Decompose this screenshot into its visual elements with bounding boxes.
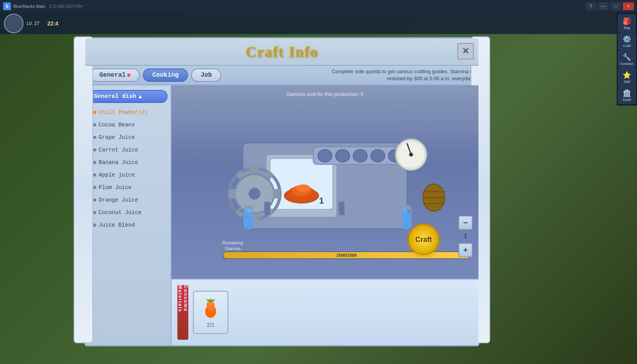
skill-label: Skill	[624, 80, 630, 84]
svg-point-11	[353, 150, 367, 162]
ingredient-icon-1	[199, 297, 222, 320]
function-icon: 🔧	[623, 53, 631, 61]
craft-bottom: Consume Materials	[171, 279, 478, 345]
game-time: 22:4	[47, 20, 58, 27]
panel-header: Craft Info ✕	[85, 38, 478, 66]
right-sidebar: 🎒 Bag ⚙️ Craft 🔧 Function ⭐ Skill 🏛️ Gui…	[617, 13, 637, 106]
craft-button-label: Craft	[415, 236, 432, 244]
tab-general-label: General	[99, 72, 126, 79]
machine-svg: 1	[204, 119, 446, 245]
sidebar-item-function[interactable]: 🔧 Function	[618, 50, 635, 68]
minimize-button[interactable]: —	[598, 2, 609, 10]
svg-point-9	[318, 150, 332, 162]
svg-rect-37	[264, 202, 270, 215]
consume-materials-banner: Consume Materials	[177, 285, 188, 340]
consume-label: Consume Materials	[177, 285, 188, 340]
item-dot-grape	[93, 136, 96, 139]
category-arrow-icon: ▲	[139, 94, 142, 100]
list-item-coconut-juice[interactable]: Coconut Juice	[85, 206, 171, 219]
item-label-cocoa-beans: Cocoa Beans	[99, 122, 135, 128]
tab-cooking[interactable]: Cooking	[143, 68, 188, 82]
sidebar-item-skill[interactable]: ⭐ Skill	[618, 68, 635, 86]
titlebar-app-name: BlueStacks Main	[13, 4, 45, 9]
guild-label: Guild	[623, 98, 631, 102]
ingredient-count-1: 2/1	[207, 322, 214, 328]
item-label-coconut-juice: Coconut Juice	[99, 209, 141, 216]
game-topbar: LV. 27 22:4	[0, 13, 637, 34]
svg-rect-19	[229, 189, 236, 198]
item-label-orange-juice: Orange Juice	[99, 197, 138, 203]
sidebar-item-bag[interactable]: 🎒 Bag	[618, 14, 635, 32]
panel-body: General dish ▲ Chili Powder(2) Cocoa Bea…	[85, 85, 478, 345]
list-item-apple-juice[interactable]: Apple juice	[85, 169, 171, 181]
svg-rect-34	[402, 205, 411, 209]
svg-rect-17	[250, 166, 259, 173]
ingredient-count-text: 2/1	[207, 322, 214, 328]
item-label-plum-juice: Plum Juice	[99, 184, 132, 191]
item-dot-carrot	[93, 148, 96, 151]
craft-icon: ⚙️	[623, 35, 631, 43]
ingredient-slot-1: 2/1	[193, 291, 228, 334]
stamina-word: Stamina	[225, 246, 240, 251]
titlebar-controls: ? — □ ✕	[585, 2, 634, 10]
list-item-chili-powder[interactable]: Chili Powder(2)	[85, 106, 171, 119]
item-label-banana-juice: Banana Juice	[99, 159, 138, 166]
item-dot-orange	[93, 198, 96, 202]
craft-area: Stamina cost for this production: 5	[171, 85, 478, 345]
svg-rect-31	[244, 205, 253, 209]
quantity-controls: − 1 +	[458, 216, 473, 257]
tab-job-label: Job	[200, 72, 212, 79]
quantity-display: 1	[464, 233, 467, 240]
tab-general[interactable]: General	[90, 68, 140, 82]
svg-rect-20	[273, 189, 280, 198]
tab-job[interactable]: Job	[191, 68, 221, 82]
item-dot-chili	[93, 111, 96, 114]
craft-button[interactable]: Craft	[408, 224, 439, 255]
bag-icon: 🎒	[623, 17, 631, 25]
item-list: General dish ▲ Chili Powder(2) Cocoa Bea…	[85, 85, 171, 345]
close-button[interactable]: ✕	[623, 2, 634, 10]
sidebar-item-guild[interactable]: 🏛️ Guild	[618, 86, 635, 104]
stamina-bar-text: 1500/1500	[336, 253, 357, 258]
maximize-button[interactable]: □	[610, 2, 621, 10]
craft-panel: Craft Info ✕ General Cooking Job Complet…	[84, 37, 480, 346]
quantity-minus-button[interactable]: −	[458, 216, 473, 230]
svg-rect-30	[244, 213, 253, 229]
svg-point-12	[371, 150, 385, 162]
svg-point-28	[409, 153, 413, 157]
panel-close-button[interactable]: ✕	[457, 43, 474, 59]
list-item-banana-juice[interactable]: Banana Juice	[85, 156, 171, 169]
sidebar-item-craft[interactable]: ⚙️ Craft	[618, 32, 635, 50]
svg-text:1: 1	[319, 196, 324, 205]
titlebar-version: 5.21.560.1027 P64	[49, 4, 83, 9]
titlebar: B BlueStacks Main 5.21.560.1027 P64 ? — …	[0, 0, 637, 13]
svg-rect-36	[407, 209, 413, 213]
stamina-bar-container: 1500/1500	[222, 251, 471, 259]
item-label-juice-blend: Juice Blend	[99, 222, 135, 228]
item-label-carrot-juice: Carrot Juice	[99, 147, 138, 153]
item-dot-apple	[93, 173, 96, 177]
item-label-chili-powder: Chili Powder(2)	[99, 109, 148, 115]
svg-point-6	[296, 184, 310, 192]
remaining-label: Remaining	[222, 240, 243, 245]
general-tab-dot	[127, 74, 130, 77]
list-item-carrot-juice[interactable]: Carrot Juice	[85, 144, 171, 156]
item-dot-juice-blend	[93, 223, 96, 227]
panel-column-left	[74, 36, 93, 343]
stamina-label: Remaining Stamina	[222, 240, 243, 251]
carrot-svg	[200, 298, 222, 319]
function-label: Function	[620, 62, 634, 66]
help-button[interactable]: ?	[585, 2, 596, 10]
list-category[interactable]: General dish ▲	[88, 90, 168, 103]
list-item-juice-blend[interactable]: Juice Blend	[85, 219, 171, 231]
list-item-grape-juice[interactable]: Grape Juice	[85, 131, 171, 144]
item-dot-cocoa	[93, 123, 96, 126]
player-avatar	[4, 14, 23, 33]
craft-label: Craft	[623, 44, 631, 48]
quantity-plus-button[interactable]: +	[458, 243, 473, 257]
item-dot-coconut	[93, 211, 96, 214]
list-item-orange-juice[interactable]: Orange Juice	[85, 194, 171, 206]
list-item-cocoa-beans[interactable]: Cocoa Beans	[85, 119, 171, 131]
list-item-plum-juice[interactable]: Plum Juice	[85, 181, 171, 194]
panel-title: Craft Info	[245, 43, 318, 60]
